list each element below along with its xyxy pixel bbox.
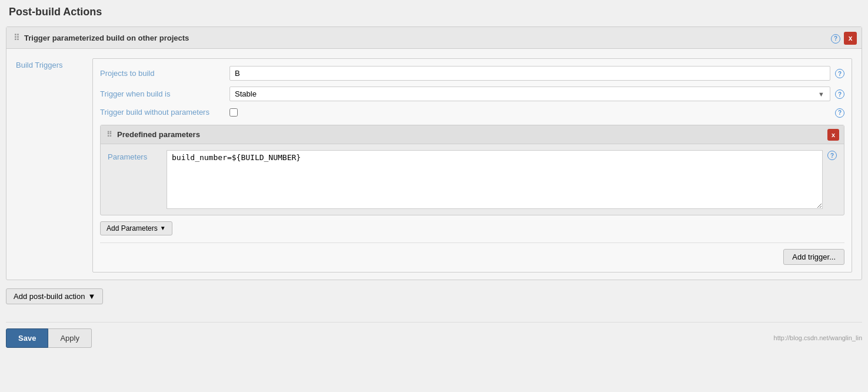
- add-parameters-button[interactable]: Add Parameters ▼: [100, 221, 172, 235]
- predefined-close-button[interactable]: x: [827, 129, 839, 141]
- trigger-when-label: Trigger when build is: [100, 89, 230, 98]
- build-triggers-label: Build Triggers: [16, 58, 92, 273]
- trigger-without-params-row: Trigger build without parameters ?: [100, 107, 844, 118]
- section-body: Build Triggers Projects to build ?: [6, 49, 862, 280]
- add-post-build-arrow-icon: ▼: [88, 292, 95, 301]
- predefined-body: Parameters build_number=${BUILD_NUMBER} …: [101, 144, 844, 215]
- add-post-build-button[interactable]: Add post-build action ▼: [6, 288, 103, 304]
- help-circle-icon: ?: [831, 34, 840, 44]
- page-title: Post-build Actions: [6, 6, 862, 18]
- build-triggers-body: Projects to build ? Trigger when build i…: [92, 58, 852, 273]
- add-post-build-row: Add post-build action ▼: [6, 288, 862, 304]
- projects-to-build-input[interactable]: [230, 66, 830, 81]
- trigger-without-help-button[interactable]: ?: [835, 107, 844, 118]
- help-circle-projects-icon: ?: [835, 69, 844, 78]
- projects-input-wrap: [230, 66, 830, 81]
- projects-help-button[interactable]: ?: [835, 68, 844, 79]
- trigger-without-params-checkbox[interactable]: [230, 108, 238, 117]
- drag-handle-icon: ⠿: [14, 33, 19, 42]
- projects-to-build-label: Projects to build: [100, 69, 230, 78]
- help-circle-params-icon: ?: [827, 151, 837, 160]
- trigger-when-select[interactable]: Stable Unstable Failed Always: [230, 87, 830, 101]
- footer-watermark: http://blog.csdn.net/wanglin_lin: [774, 334, 862, 341]
- trigger-section: ⠿ Trigger parameterized build on other p…: [6, 26, 862, 280]
- section-header: ⠿ Trigger parameterized build on other p…: [6, 27, 862, 49]
- parameters-label: Parameters: [108, 150, 167, 161]
- help-circle-without-icon: ?: [835, 108, 844, 118]
- parameters-textarea[interactable]: build_number=${BUILD_NUMBER}: [167, 150, 823, 209]
- section-title: Trigger parameterized build on other pro…: [24, 34, 189, 42]
- help-circle-trigger-icon: ?: [835, 89, 844, 99]
- predefined-section: ⠿ Predefined parameters x Parameters bui…: [100, 125, 844, 215]
- section-help-button[interactable]: ?: [831, 33, 840, 44]
- add-parameters-label: Add Parameters: [107, 224, 158, 232]
- trigger-when-help-button[interactable]: ?: [835, 89, 844, 99]
- predefined-header: ⠿ Predefined parameters: [101, 125, 844, 144]
- trigger-when-select-wrapper: Stable Unstable Failed Always ▼: [230, 87, 830, 101]
- save-button[interactable]: Save: [6, 328, 48, 348]
- predefined-title: Predefined parameters: [117, 130, 200, 139]
- trigger-when-wrap: Stable Unstable Failed Always ▼: [230, 87, 830, 101]
- parameters-row: Parameters build_number=${BUILD_NUMBER} …: [108, 150, 837, 209]
- build-triggers-section: Build Triggers Projects to build ?: [16, 58, 852, 273]
- add-post-build-label: Add post-build action: [14, 292, 85, 301]
- section-close-button[interactable]: x: [844, 32, 857, 45]
- apply-button[interactable]: Apply: [48, 328, 92, 348]
- add-trigger-row: Add trigger...: [100, 242, 844, 265]
- trigger-when-row: Trigger when build is Stable Unstable Fa…: [100, 87, 844, 101]
- projects-to-build-row: Projects to build ?: [100, 66, 844, 81]
- parameters-help-button[interactable]: ?: [827, 150, 837, 161]
- predefined-drag-handle-icon: ⠿: [107, 130, 112, 139]
- trigger-without-params-label: Trigger build without parameters: [100, 108, 230, 117]
- add-params-arrow-icon: ▼: [160, 225, 166, 231]
- add-trigger-button[interactable]: Add trigger...: [783, 249, 844, 265]
- footer-bar: Save Apply http://blog.csdn.net/wanglin_…: [6, 322, 862, 354]
- trigger-without-params-wrap: [230, 108, 830, 117]
